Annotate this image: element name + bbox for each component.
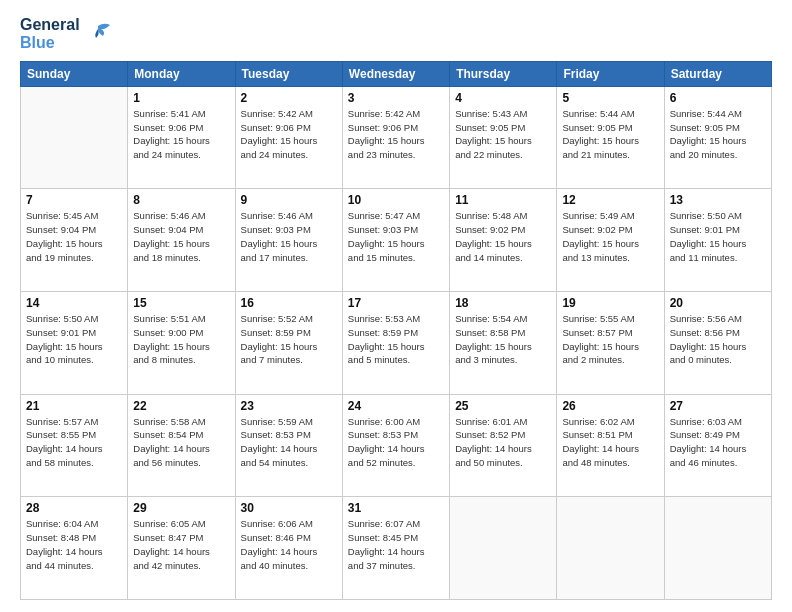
calendar-cell: 28Sunrise: 6:04 AM Sunset: 8:48 PM Dayli… <box>21 497 128 600</box>
day-info: Sunrise: 6:00 AM Sunset: 8:53 PM Dayligh… <box>348 415 444 470</box>
logo: General Blue <box>20 16 110 53</box>
day-info: Sunrise: 5:43 AM Sunset: 9:05 PM Dayligh… <box>455 107 551 162</box>
calendar-week-1: 1Sunrise: 5:41 AM Sunset: 9:06 PM Daylig… <box>21 86 772 189</box>
weekday-header-tuesday: Tuesday <box>235 61 342 86</box>
day-number: 18 <box>455 296 551 310</box>
day-number: 29 <box>133 501 229 515</box>
day-number: 11 <box>455 193 551 207</box>
day-info: Sunrise: 6:04 AM Sunset: 8:48 PM Dayligh… <box>26 517 122 572</box>
calendar-cell: 23Sunrise: 5:59 AM Sunset: 8:53 PM Dayli… <box>235 394 342 497</box>
day-number: 7 <box>26 193 122 207</box>
calendar-cell <box>21 86 128 189</box>
day-info: Sunrise: 6:05 AM Sunset: 8:47 PM Dayligh… <box>133 517 229 572</box>
day-number: 6 <box>670 91 766 105</box>
day-info: Sunrise: 5:42 AM Sunset: 9:06 PM Dayligh… <box>348 107 444 162</box>
calendar-cell <box>557 497 664 600</box>
day-number: 9 <box>241 193 337 207</box>
day-info: Sunrise: 5:51 AM Sunset: 9:00 PM Dayligh… <box>133 312 229 367</box>
calendar-cell: 13Sunrise: 5:50 AM Sunset: 9:01 PM Dayli… <box>664 189 771 292</box>
day-number: 28 <box>26 501 122 515</box>
day-number: 10 <box>348 193 444 207</box>
day-number: 27 <box>670 399 766 413</box>
calendar-cell <box>450 497 557 600</box>
day-number: 19 <box>562 296 658 310</box>
calendar-cell: 20Sunrise: 5:56 AM Sunset: 8:56 PM Dayli… <box>664 292 771 395</box>
day-number: 5 <box>562 91 658 105</box>
logo-blue-text: Blue <box>20 34 80 52</box>
calendar-cell: 6Sunrise: 5:44 AM Sunset: 9:05 PM Daylig… <box>664 86 771 189</box>
calendar-cell: 18Sunrise: 5:54 AM Sunset: 8:58 PM Dayli… <box>450 292 557 395</box>
logo-bird-icon <box>82 20 110 48</box>
calendar-cell: 3Sunrise: 5:42 AM Sunset: 9:06 PM Daylig… <box>342 86 449 189</box>
day-number: 23 <box>241 399 337 413</box>
day-info: Sunrise: 5:55 AM Sunset: 8:57 PM Dayligh… <box>562 312 658 367</box>
weekday-header-sunday: Sunday <box>21 61 128 86</box>
day-info: Sunrise: 5:58 AM Sunset: 8:54 PM Dayligh… <box>133 415 229 470</box>
weekday-header-saturday: Saturday <box>664 61 771 86</box>
day-info: Sunrise: 5:44 AM Sunset: 9:05 PM Dayligh… <box>670 107 766 162</box>
day-number: 24 <box>348 399 444 413</box>
calendar-week-5: 28Sunrise: 6:04 AM Sunset: 8:48 PM Dayli… <box>21 497 772 600</box>
calendar-cell: 7Sunrise: 5:45 AM Sunset: 9:04 PM Daylig… <box>21 189 128 292</box>
calendar-cell: 1Sunrise: 5:41 AM Sunset: 9:06 PM Daylig… <box>128 86 235 189</box>
day-number: 20 <box>670 296 766 310</box>
day-number: 15 <box>133 296 229 310</box>
day-info: Sunrise: 5:59 AM Sunset: 8:53 PM Dayligh… <box>241 415 337 470</box>
day-info: Sunrise: 5:50 AM Sunset: 9:01 PM Dayligh… <box>670 209 766 264</box>
calendar-cell: 30Sunrise: 6:06 AM Sunset: 8:46 PM Dayli… <box>235 497 342 600</box>
day-info: Sunrise: 5:41 AM Sunset: 9:06 PM Dayligh… <box>133 107 229 162</box>
day-number: 2 <box>241 91 337 105</box>
day-info: Sunrise: 5:57 AM Sunset: 8:55 PM Dayligh… <box>26 415 122 470</box>
day-info: Sunrise: 5:45 AM Sunset: 9:04 PM Dayligh… <box>26 209 122 264</box>
logo-general-text: General <box>20 16 80 34</box>
calendar-cell: 9Sunrise: 5:46 AM Sunset: 9:03 PM Daylig… <box>235 189 342 292</box>
day-number: 25 <box>455 399 551 413</box>
day-info: Sunrise: 5:49 AM Sunset: 9:02 PM Dayligh… <box>562 209 658 264</box>
header: General Blue <box>20 16 772 53</box>
day-info: Sunrise: 5:48 AM Sunset: 9:02 PM Dayligh… <box>455 209 551 264</box>
day-info: Sunrise: 5:42 AM Sunset: 9:06 PM Dayligh… <box>241 107 337 162</box>
day-info: Sunrise: 6:02 AM Sunset: 8:51 PM Dayligh… <box>562 415 658 470</box>
calendar-cell: 8Sunrise: 5:46 AM Sunset: 9:04 PM Daylig… <box>128 189 235 292</box>
calendar-cell <box>664 497 771 600</box>
calendar-header-row: SundayMondayTuesdayWednesdayThursdayFrid… <box>21 61 772 86</box>
day-info: Sunrise: 5:44 AM Sunset: 9:05 PM Dayligh… <box>562 107 658 162</box>
calendar-cell: 11Sunrise: 5:48 AM Sunset: 9:02 PM Dayli… <box>450 189 557 292</box>
calendar-cell: 27Sunrise: 6:03 AM Sunset: 8:49 PM Dayli… <box>664 394 771 497</box>
calendar-cell: 29Sunrise: 6:05 AM Sunset: 8:47 PM Dayli… <box>128 497 235 600</box>
day-number: 1 <box>133 91 229 105</box>
calendar-cell: 17Sunrise: 5:53 AM Sunset: 8:59 PM Dayli… <box>342 292 449 395</box>
page: General Blue SundayMondayTuesdayWednesda… <box>0 0 792 612</box>
weekday-header-thursday: Thursday <box>450 61 557 86</box>
calendar-table: SundayMondayTuesdayWednesdayThursdayFrid… <box>20 61 772 600</box>
day-info: Sunrise: 5:46 AM Sunset: 9:03 PM Dayligh… <box>241 209 337 264</box>
day-info: Sunrise: 6:03 AM Sunset: 8:49 PM Dayligh… <box>670 415 766 470</box>
day-info: Sunrise: 5:54 AM Sunset: 8:58 PM Dayligh… <box>455 312 551 367</box>
day-number: 17 <box>348 296 444 310</box>
calendar-cell: 5Sunrise: 5:44 AM Sunset: 9:05 PM Daylig… <box>557 86 664 189</box>
calendar-cell: 14Sunrise: 5:50 AM Sunset: 9:01 PM Dayli… <box>21 292 128 395</box>
day-info: Sunrise: 6:01 AM Sunset: 8:52 PM Dayligh… <box>455 415 551 470</box>
day-number: 13 <box>670 193 766 207</box>
day-info: Sunrise: 6:06 AM Sunset: 8:46 PM Dayligh… <box>241 517 337 572</box>
calendar-cell: 4Sunrise: 5:43 AM Sunset: 9:05 PM Daylig… <box>450 86 557 189</box>
day-info: Sunrise: 6:07 AM Sunset: 8:45 PM Dayligh… <box>348 517 444 572</box>
day-number: 3 <box>348 91 444 105</box>
day-number: 22 <box>133 399 229 413</box>
day-info: Sunrise: 5:46 AM Sunset: 9:04 PM Dayligh… <box>133 209 229 264</box>
calendar-cell: 10Sunrise: 5:47 AM Sunset: 9:03 PM Dayli… <box>342 189 449 292</box>
calendar-cell: 2Sunrise: 5:42 AM Sunset: 9:06 PM Daylig… <box>235 86 342 189</box>
calendar-cell: 16Sunrise: 5:52 AM Sunset: 8:59 PM Dayli… <box>235 292 342 395</box>
day-number: 14 <box>26 296 122 310</box>
day-number: 16 <box>241 296 337 310</box>
day-number: 4 <box>455 91 551 105</box>
calendar-cell: 19Sunrise: 5:55 AM Sunset: 8:57 PM Dayli… <box>557 292 664 395</box>
weekday-header-wednesday: Wednesday <box>342 61 449 86</box>
calendar-week-3: 14Sunrise: 5:50 AM Sunset: 9:01 PM Dayli… <box>21 292 772 395</box>
weekday-header-friday: Friday <box>557 61 664 86</box>
calendar-cell: 12Sunrise: 5:49 AM Sunset: 9:02 PM Dayli… <box>557 189 664 292</box>
calendar-cell: 21Sunrise: 5:57 AM Sunset: 8:55 PM Dayli… <box>21 394 128 497</box>
weekday-header-monday: Monday <box>128 61 235 86</box>
day-info: Sunrise: 5:47 AM Sunset: 9:03 PM Dayligh… <box>348 209 444 264</box>
day-number: 8 <box>133 193 229 207</box>
